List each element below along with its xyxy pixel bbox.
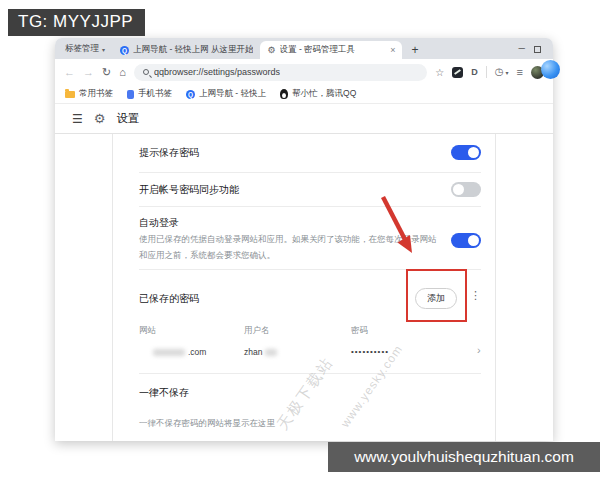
close-tab-icon[interactable]: × (386, 45, 395, 55)
phone-icon (127, 90, 134, 99)
row-divider (139, 206, 481, 207)
tab-strip: 标签管理 ▾ Q 上网导航 - 轻快上网 从这里开始 ⚙ 设置 - 密码管理工具… (55, 38, 553, 59)
sidebar-assistant-button[interactable] (541, 60, 560, 79)
tab-nav-home[interactable]: Q 上网导航 - 轻快上网 从这里开始 (113, 41, 260, 59)
column-header-password: 密码 (351, 325, 368, 337)
tab-manager-label: 标签管理 (65, 43, 99, 55)
chevron-down-icon: ▾ (102, 46, 105, 53)
search-icon (143, 69, 149, 75)
password-row-username: zhan (244, 347, 277, 357)
maximize-button[interactable] (534, 46, 541, 53)
browser-window: 标签管理 ▾ Q 上网导航 - 轻快上网 从这里开始 ⚙ 设置 - 密码管理工具… (55, 38, 553, 441)
tab-manager-button[interactable]: 标签管理 ▾ (63, 43, 113, 59)
tg-watermark-badge: TG: MYYJJPP (8, 9, 145, 36)
page-title: 设置 (116, 111, 139, 126)
browser-toolbar: ← → ↻ ⌂ qqbrowser://settings/passwords ☆… (55, 59, 553, 85)
toolbar-divider (486, 66, 487, 78)
gear-icon: ⚙ (94, 112, 106, 125)
redacted-site-text (153, 349, 185, 356)
password-row-site: .com (153, 347, 206, 357)
bookmark-label: 手机书签 (138, 88, 172, 100)
auto-login-description: 使用已保存的凭据自动登录网站和应用。如果关闭了该功能，在您每次登录网站和应用之前… (139, 231, 439, 263)
toggle-knob (468, 235, 479, 246)
bookmarks-bar: 常用书签 手机书签 Q 上网导航 - 轻快上 帮小忙，腾讯QQ (55, 85, 553, 104)
url-text: qqbrowser://settings/passwords (154, 67, 280, 77)
site-suffix: .com (188, 347, 206, 357)
site-watermark-badge: www.youlvhuishequzhituan.com (328, 442, 600, 472)
bookmark-qq-helper[interactable]: 帮小忙，腾讯QQ (280, 88, 356, 100)
settings-content: 天极下载站 www.yesky.com 提示保存密码 开启帐号密码同步功能 自动… (55, 134, 553, 441)
minimize-button[interactable]: ─ (519, 43, 525, 53)
kebab-menu-icon[interactable]: ⋮ (470, 289, 481, 302)
settings-header: ☰ ⚙ 设置 (55, 104, 553, 134)
bookmark-common[interactable]: 常用书签 (65, 88, 113, 100)
toggle-prompt-save-password[interactable] (451, 145, 481, 160)
new-tab-button[interactable]: + (411, 44, 418, 56)
gear-icon: ⚙ (267, 46, 275, 55)
password-row-mask: •••••••••• (351, 347, 389, 356)
address-bar[interactable]: qqbrowser://settings/passwords (134, 64, 427, 81)
forward-icon[interactable]: → (83, 67, 94, 78)
back-icon[interactable]: ← (64, 67, 75, 78)
toggle-row-label: 开启帐号密码同步功能 (139, 183, 239, 197)
tab-settings-passwords[interactable]: ⚙ 设置 - 密码管理工具 × (260, 41, 402, 59)
chevron-down-icon: ▾ (506, 69, 509, 76)
toggle-account-sync[interactable] (451, 182, 481, 197)
settings-menu-icon[interactable]: ☰ (72, 113, 83, 125)
column-header-username: 用户名 (244, 325, 270, 337)
tab-label: 上网导航 - 轻快上网 从这里开始 (133, 44, 253, 56)
toggle-auto-login[interactable] (451, 233, 481, 248)
auto-login-title: 自动登录 (139, 216, 179, 230)
saved-passwords-title: 已保存的密码 (139, 292, 199, 306)
folder-icon (65, 91, 75, 98)
bookmark-mobile[interactable]: 手机书签 (127, 88, 172, 100)
red-highlight-box (406, 269, 467, 322)
extension-icon[interactable] (452, 67, 463, 78)
penguin-icon (280, 89, 288, 99)
redacted-username-text (265, 349, 277, 356)
reload-icon[interactable]: ↻ (102, 67, 111, 78)
history-button[interactable]: ◷ ▾ (495, 67, 509, 77)
bookmark-label: 常用书签 (79, 88, 113, 100)
never-save-title: 一律不保存 (139, 386, 189, 400)
browser-menu-icon[interactable]: ≡ (517, 67, 523, 78)
username-text: zhan (244, 347, 262, 357)
download-icon[interactable]: D (471, 67, 478, 77)
qq-browser-logo-icon: Q (120, 46, 129, 55)
column-header-site: 网站 (139, 325, 156, 337)
chevron-right-icon[interactable]: › (477, 344, 481, 356)
history-clock-icon: ◷ (495, 67, 504, 77)
bookmark-label: 帮小忙，腾讯QQ (292, 88, 356, 100)
bookmark-nav[interactable]: Q 上网导航 - 轻快上 (186, 88, 266, 100)
row-divider (139, 373, 481, 374)
bookmark-label: 上网导航 - 轻快上 (199, 88, 266, 100)
qq-browser-logo-icon: Q (186, 90, 195, 99)
toggle-knob (468, 147, 479, 158)
row-divider (139, 172, 481, 173)
toggle-knob (453, 184, 464, 195)
bookmark-star-icon[interactable]: ☆ (435, 67, 444, 78)
tab-label: 设置 - 密码管理工具 (280, 44, 356, 56)
home-icon[interactable]: ⌂ (119, 67, 126, 78)
never-save-description: 一律不保存密码的网站将显示在这里 (139, 415, 439, 431)
toggle-row-label: 提示保存密码 (139, 146, 199, 160)
